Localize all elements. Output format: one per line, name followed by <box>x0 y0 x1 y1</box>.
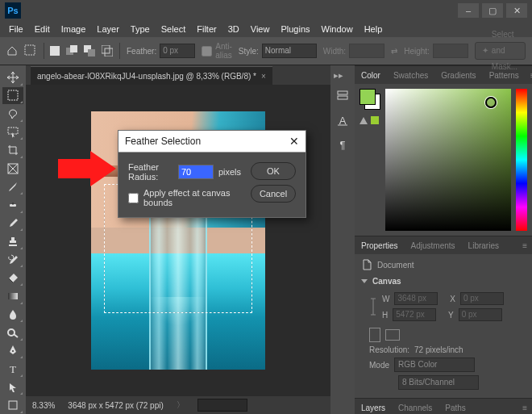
healing-tool[interactable] <box>2 196 23 214</box>
color-panel: Color Swatches Gradients Patterns ≡ <box>355 65 532 236</box>
svg-point-16 <box>12 350 14 352</box>
type-tool[interactable]: T <box>2 360 23 378</box>
menu-layer[interactable]: Layer <box>91 24 125 34</box>
menu-3d[interactable]: 3D <box>222 24 245 34</box>
character-panel-icon[interactable]: A <box>334 111 351 129</box>
gradient-tool[interactable] <box>2 287 23 305</box>
document-tab[interactable]: angelo-abear-lO8XRikqJU4-unsplash.jpg @ … <box>31 66 272 85</box>
panel-menu-icon[interactable]: ≡ <box>517 404 532 412</box>
width-input <box>349 44 384 58</box>
close-tab-icon[interactable]: × <box>261 72 266 81</box>
svg-rect-5 <box>70 45 77 52</box>
feather-input[interactable]: 0 px <box>160 44 195 58</box>
feather-radius-label: Feather Radius: <box>128 162 173 182</box>
panel-menu-icon[interactable]: ≡ <box>517 241 532 250</box>
tab-color[interactable]: Color <box>355 71 387 80</box>
w-label: W <box>382 295 389 303</box>
brush-tool[interactable] <box>2 215 23 232</box>
move-tool[interactable] <box>2 69 23 86</box>
expand-panels-icon[interactable]: ▸▸ <box>334 70 343 81</box>
history-panel-icon[interactable] <box>334 87 351 105</box>
maximize-button[interactable]: ▢ <box>482 3 503 18</box>
ok-button[interactable]: OK <box>251 162 296 180</box>
fg-bg-swatch[interactable] <box>360 89 380 110</box>
crop-tool[interactable] <box>2 141 23 159</box>
orient-landscape-icon[interactable] <box>385 329 400 341</box>
history-brush-tool[interactable] <box>2 251 23 269</box>
dialog-titlebar[interactable]: Feather Selection ✕ <box>118 131 305 153</box>
tab-adjustments[interactable]: Adjustments <box>405 241 462 250</box>
tab-properties[interactable]: Properties <box>355 241 405 250</box>
menu-window[interactable]: Window <box>316 24 359 34</box>
feather-radius-input[interactable] <box>178 165 214 179</box>
stamp-tool[interactable] <box>2 232 23 250</box>
tool-preset-icon[interactable] <box>24 44 37 58</box>
menu-image[interactable]: Image <box>56 24 92 34</box>
style-select[interactable]: Normal <box>262 44 317 58</box>
dialog-close-icon[interactable]: ✕ <box>289 135 299 148</box>
add-selection-icon[interactable] <box>66 44 77 58</box>
svg-rect-3 <box>50 46 60 56</box>
tab-paths[interactable]: Paths <box>438 404 472 412</box>
minimize-button[interactable]: – <box>458 3 479 18</box>
orient-portrait-icon[interactable] <box>369 328 380 342</box>
status-dimensions[interactable]: 3648 px x 5472 px (72 ppi) <box>68 401 163 410</box>
status-zoom[interactable]: 8.33% <box>32 401 55 410</box>
y-input[interactable]: 0 px <box>459 308 502 321</box>
canvas[interactable]: Feather Selection ✕ Feather Radius: pixe… <box>26 85 330 396</box>
eraser-tool[interactable] <box>2 269 23 286</box>
paragraph-panel-icon[interactable]: ¶ <box>334 136 351 153</box>
new-selection-icon[interactable] <box>50 44 60 58</box>
menu-select[interactable]: Select <box>156 24 192 34</box>
tab-swatches[interactable]: Swatches <box>387 71 434 80</box>
intersect-selection-icon[interactable] <box>102 44 113 58</box>
right-panels: Color Swatches Gradients Patterns ≡ Prop… <box>355 65 532 414</box>
menu-edit[interactable]: Edit <box>29 24 56 34</box>
apply-canvas-bounds-checkbox[interactable]: Apply effect at canvas bounds <box>128 188 241 207</box>
width-label: Width: <box>323 47 346 56</box>
shape-tool[interactable] <box>2 396 23 414</box>
feather-dialog: Feather Selection ✕ Feather Radius: pixe… <box>118 130 306 218</box>
tab-libraries[interactable]: Libraries <box>462 241 505 250</box>
svg-rect-7 <box>88 49 95 56</box>
menu-filter[interactable]: Filter <box>191 24 222 34</box>
panel-menu-icon[interactable]: ≡ <box>526 71 532 80</box>
subtract-selection-icon[interactable] <box>84 44 95 58</box>
cancel-button[interactable]: Cancel <box>251 185 296 203</box>
menu-file[interactable]: File <box>3 24 29 34</box>
marquee-tool[interactable] <box>2 87 23 105</box>
svg-rect-2 <box>25 45 35 55</box>
close-button[interactable]: ✕ <box>506 3 527 18</box>
status-progress <box>197 399 247 412</box>
path-select-tool[interactable] <box>2 378 23 396</box>
mode-select[interactable]: RGB Color <box>394 358 475 372</box>
depth-select[interactable]: 8 Bits/Channel <box>398 375 479 390</box>
dodge-tool[interactable] <box>2 324 23 341</box>
x-input[interactable]: 0 px <box>460 292 504 305</box>
tab-gradients[interactable]: Gradients <box>434 71 482 80</box>
w-input[interactable]: 3648 px <box>394 292 438 305</box>
frame-tool[interactable] <box>2 160 23 178</box>
chevron-down-icon[interactable] <box>361 279 368 283</box>
select-and-mask-button[interactable]: ✦Select and Mask... <box>475 42 526 60</box>
h-input[interactable]: 5472 px <box>393 308 436 321</box>
menu-type[interactable]: Type <box>125 24 156 34</box>
menu-view[interactable]: View <box>245 24 276 34</box>
svg-rect-19 <box>338 91 347 94</box>
pen-tool[interactable] <box>2 342 23 360</box>
lasso-tool[interactable] <box>2 105 23 123</box>
menu-help[interactable]: Help <box>359 24 389 34</box>
blur-tool[interactable] <box>2 306 23 324</box>
gamut-warning-icon[interactable] <box>360 116 380 124</box>
hue-slider[interactable] <box>516 89 527 231</box>
link-icon[interactable] <box>369 297 377 316</box>
object-select-tool[interactable] <box>2 123 23 141</box>
tab-channels[interactable]: Channels <box>392 404 438 412</box>
home-icon[interactable] <box>6 44 18 58</box>
document-icon <box>361 259 372 270</box>
eyedropper-tool[interactable] <box>2 178 23 195</box>
menu-plugins[interactable]: Plugins <box>275 24 315 34</box>
properties-panel: Properties Adjustments Libraries ≡ Docum… <box>355 236 532 398</box>
color-field[interactable] <box>385 89 511 231</box>
tab-layers[interactable]: Layers <box>355 404 392 412</box>
